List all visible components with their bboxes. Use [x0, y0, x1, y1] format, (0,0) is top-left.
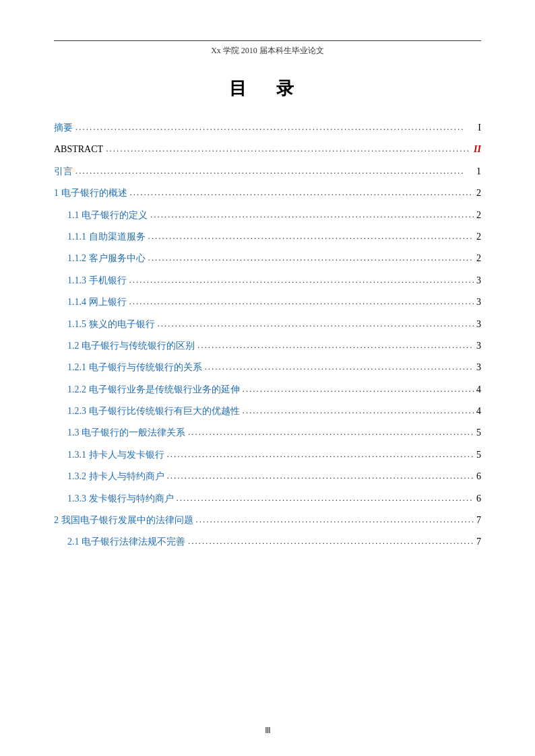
toc-dots: ........................................…: [148, 251, 474, 265]
toc-label: 1.3.1 持卡人与发卡银行: [54, 448, 164, 462]
toc-item[interactable]: 1 电子银行的概述...............................…: [54, 186, 481, 201]
toc-item[interactable]: 摘要......................................…: [54, 121, 481, 135]
toc-item[interactable]: 1.3.2 持卡人与特约商户..........................…: [54, 469, 481, 484]
document-page: Xx 学院 2010 届本科生毕业论文 目 录 摘要..............…: [0, 0, 535, 756]
toc-page-number: I: [478, 121, 481, 135]
toc-item[interactable]: 1.2.1 电子银行与传统银行的关系......................…: [54, 360, 481, 375]
toc-item[interactable]: 1.1.2 客户服务中心............................…: [54, 251, 481, 266]
toc-item[interactable]: 1.1.5 狭义的电子银行...........................…: [54, 317, 481, 332]
toc-dots: ........................................…: [75, 121, 475, 135]
toc-page-number: 5: [476, 448, 481, 462]
toc-label: 摘要: [54, 121, 73, 135]
toc-item[interactable]: 1.1 电子银行的定义.............................…: [54, 208, 481, 223]
toc-dots: ........................................…: [158, 317, 474, 331]
toc-item[interactable]: 1.1.4 网上银行..............................…: [54, 295, 481, 310]
toc-page-number: 3: [476, 360, 481, 375]
page-title: 目 录: [54, 77, 481, 100]
toc-dots: ........................................…: [167, 469, 474, 483]
toc-page-number: 2: [476, 208, 481, 223]
toc-label: 1.3 电子银行的一般法律关系: [54, 425, 185, 440]
toc-page-number: 2: [476, 251, 481, 266]
toc-dots: ........................................…: [243, 382, 474, 397]
toc-dots: ........................................…: [75, 164, 474, 178]
toc-item[interactable]: ABSTRACT................................…: [54, 142, 481, 157]
toc-item[interactable]: 1.3.1 持卡人与发卡银行..........................…: [54, 448, 481, 462]
toc-label: ABSTRACT: [54, 142, 103, 157]
toc-page-number: 4: [476, 404, 481, 419]
toc-label: 1.1.5 狭义的电子银行: [54, 317, 155, 332]
toc-item[interactable]: 1.3 电子银行的一般法律关系.........................…: [54, 425, 481, 440]
toc-page-number: 6: [476, 491, 481, 506]
toc-page-number: 2: [476, 230, 481, 244]
toc-dots: ........................................…: [167, 448, 474, 462]
toc-page-number: 5: [476, 425, 481, 440]
toc-page-number: 1: [476, 164, 481, 179]
toc-dots: ........................................…: [188, 535, 474, 549]
toc-label: 1.2 电子银行与传统银行的区别: [54, 339, 195, 353]
toc-item[interactable]: 1.2.3 电子银行比传统银行有巨大的优越性..................…: [54, 404, 481, 419]
page-number: Ⅲ: [265, 725, 271, 735]
toc-label: 1.2.2 电子银行业务是传统银行业务的延伸: [54, 382, 240, 397]
toc-dots: ........................................…: [188, 425, 474, 440]
toc-dots: ........................................…: [148, 230, 474, 244]
toc-page-number: 3: [476, 295, 481, 310]
toc-page-number: 4: [476, 382, 481, 397]
toc-dots: ........................................…: [196, 513, 474, 527]
toc-label: 1.1.4 网上银行: [54, 295, 127, 310]
toc-item[interactable]: 1.3.3 发卡银行与特约商户.........................…: [54, 491, 481, 506]
toc-label: 1.3.3 发卡银行与特约商户: [54, 491, 174, 506]
toc-item[interactable]: 1.1.3 手机银行..............................…: [54, 273, 481, 288]
toc-label: 引言: [54, 164, 73, 179]
toc-label: 1.3.2 持卡人与特约商户: [54, 469, 164, 484]
toc-label: 1.1.2 客户服务中心: [54, 251, 146, 266]
page-footer: Ⅲ: [0, 725, 535, 736]
toc-dots: ........................................…: [106, 142, 471, 156]
toc-label: 2.1 电子银行法律法规不完善: [54, 535, 185, 549]
toc-item[interactable]: 2.1 电子银行法律法规不完善.........................…: [54, 535, 481, 549]
toc-label: 1.1.1 自助渠道服务: [54, 230, 146, 244]
toc-page-number: 7: [476, 535, 481, 549]
toc-dots: ........................................…: [177, 491, 474, 506]
header-text: Xx 学院 2010 届本科生毕业论文: [211, 46, 324, 55]
toc-dots: ........................................…: [150, 208, 474, 222]
toc-dots: ........................................…: [243, 404, 474, 418]
toc-dots: ........................................…: [197, 339, 474, 353]
toc-container: 摘要......................................…: [54, 121, 481, 550]
toc-page-number: 3: [476, 317, 481, 332]
toc-item[interactable]: 2 我国电子银行发展中的法律问题........................…: [54, 513, 481, 528]
toc-item[interactable]: 引言......................................…: [54, 164, 481, 179]
toc-page-number: 3: [476, 339, 481, 353]
toc-page-number: II: [474, 142, 481, 157]
toc-page-number: 3: [476, 273, 481, 288]
toc-dots: ........................................…: [130, 186, 474, 200]
toc-dots: ........................................…: [129, 273, 474, 287]
toc-label: 1.1 电子银行的定义: [54, 208, 148, 223]
toc-label: 2 我国电子银行发展中的法律问题: [54, 513, 193, 528]
toc-page-number: 7: [476, 513, 481, 528]
toc-page-number: 2: [476, 186, 481, 201]
toc-item[interactable]: 1.2.2 电子银行业务是传统银行业务的延伸..................…: [54, 382, 481, 397]
toc-dots: ........................................…: [205, 360, 474, 374]
toc-dots: ........................................…: [129, 295, 474, 309]
toc-item[interactable]: 1.2 电子银行与传统银行的区别........................…: [54, 339, 481, 353]
toc-page-number: 6: [476, 469, 481, 484]
toc-item[interactable]: 1.1.1 自助渠道服务............................…: [54, 230, 481, 244]
toc-label: 1.2.3 电子银行比传统银行有巨大的优越性: [54, 404, 240, 419]
page-header: Xx 学院 2010 届本科生毕业论文: [54, 40, 481, 57]
toc-label: 1.1.3 手机银行: [54, 273, 127, 288]
toc-label: 1 电子银行的概述: [54, 186, 127, 201]
toc-label: 1.2.1 电子银行与传统银行的关系: [54, 360, 202, 375]
